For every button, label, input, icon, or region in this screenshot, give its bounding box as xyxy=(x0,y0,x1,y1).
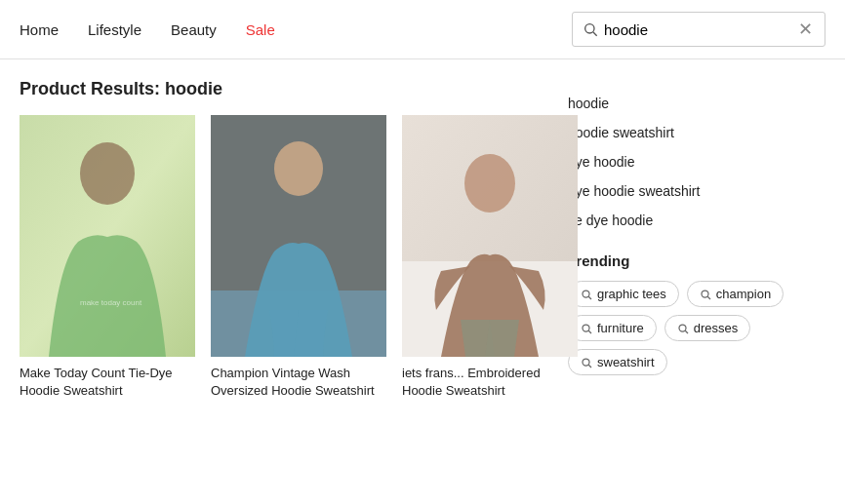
product-card-2[interactable]: Champion Vintage Wash Oversized Hoodie S… xyxy=(211,115,386,400)
svg-line-18 xyxy=(685,330,688,333)
suggestion-hoodie-sweatshirt[interactable]: hoodie sweatshirt xyxy=(568,118,810,147)
svg-point-11 xyxy=(583,291,589,297)
header: Home Lifestyle Beauty Sale ✕ xyxy=(0,0,845,59)
svg-point-7 xyxy=(274,141,323,196)
nav-item-beauty[interactable]: Beauty xyxy=(171,21,217,38)
trending-tags: graphic tees champion furniture dresses xyxy=(568,281,810,375)
product-name-3: iets frans... Embroidered Hoodie Sweatsh… xyxy=(402,365,578,400)
tag-search-icon-5 xyxy=(581,357,592,368)
svg-point-13 xyxy=(702,291,708,297)
product-image-3 xyxy=(402,115,578,357)
suggestion-tie-dye-hoodie[interactable]: tie dye hoodie xyxy=(568,206,810,235)
svg-point-3 xyxy=(80,142,135,205)
search-dropdown: hoodie hoodie sweatshirt dye hoodie dye … xyxy=(552,79,825,400)
tag-furniture[interactable]: furniture xyxy=(568,315,657,341)
product-card-3[interactable]: iets frans... Embroidered Hoodie Sweatsh… xyxy=(402,115,578,400)
search-bar: ✕ xyxy=(572,12,825,47)
svg-line-12 xyxy=(588,296,591,299)
tag-dresses-label: dresses xyxy=(694,321,739,335)
tag-search-icon-2 xyxy=(700,289,711,300)
main-content: Product Results: hoodie xyxy=(0,59,845,419)
search-input[interactable] xyxy=(604,21,796,38)
nav-item-lifestyle[interactable]: Lifestyle xyxy=(88,21,141,38)
tag-dresses[interactable]: dresses xyxy=(664,315,751,341)
clear-search-button[interactable]: ✕ xyxy=(796,19,815,40)
svg-text:make today count: make today count xyxy=(80,298,142,307)
svg-line-16 xyxy=(588,330,591,333)
tag-graphic-tees[interactable]: graphic tees xyxy=(568,281,679,307)
products-grid: make today count Make Today Count Tie-Dy… xyxy=(20,115,552,400)
nav-item-home[interactable]: Home xyxy=(20,21,59,38)
suggestion-list: hoodie hoodie sweatshirt dye hoodie dye … xyxy=(568,89,810,235)
product-image-2 xyxy=(211,115,386,357)
svg-point-15 xyxy=(583,325,589,331)
svg-point-19 xyxy=(583,359,589,366)
tag-sweatshirt-label: sweatshirt xyxy=(597,355,655,369)
product-card-1[interactable]: make today count Make Today Count Tie-Dy… xyxy=(20,115,195,400)
suggestion-dye-hoodie-sweatshirt[interactable]: dye hoodie sweatshirt xyxy=(568,176,810,206)
nav-item-sale[interactable]: Sale xyxy=(246,21,275,38)
products-section: Product Results: hoodie xyxy=(20,79,552,400)
svg-line-1 xyxy=(593,32,597,36)
suggestion-dye-hoodie[interactable]: dye hoodie xyxy=(568,147,810,176)
tag-champion[interactable]: champion xyxy=(687,281,784,307)
tag-search-icon xyxy=(581,289,592,300)
svg-point-17 xyxy=(679,325,686,331)
trending-title: Trending xyxy=(568,252,810,269)
search-icon xyxy=(583,21,598,37)
svg-point-10 xyxy=(464,154,515,213)
tag-furniture-label: furniture xyxy=(597,321,644,335)
product-name-1: Make Today Count Tie-Dye Hoodie Sweatshi… xyxy=(20,365,195,400)
nav: Home Lifestyle Beauty Sale xyxy=(20,21,275,38)
tag-champion-label: champion xyxy=(716,287,771,301)
product-name-2: Champion Vintage Wash Oversized Hoodie S… xyxy=(211,365,386,400)
section-title: Product Results: hoodie xyxy=(20,79,552,99)
tag-search-icon-4 xyxy=(677,323,689,334)
tag-sweatshirt[interactable]: sweatshirt xyxy=(568,349,667,375)
svg-line-14 xyxy=(707,296,710,299)
svg-line-20 xyxy=(588,365,591,368)
product-image-1: make today count xyxy=(20,115,195,357)
tag-search-icon-3 xyxy=(581,323,592,334)
svg-point-0 xyxy=(585,24,594,33)
tag-graphic-tees-label: graphic tees xyxy=(597,287,666,301)
suggestion-hoodie[interactable]: hoodie xyxy=(568,89,810,118)
